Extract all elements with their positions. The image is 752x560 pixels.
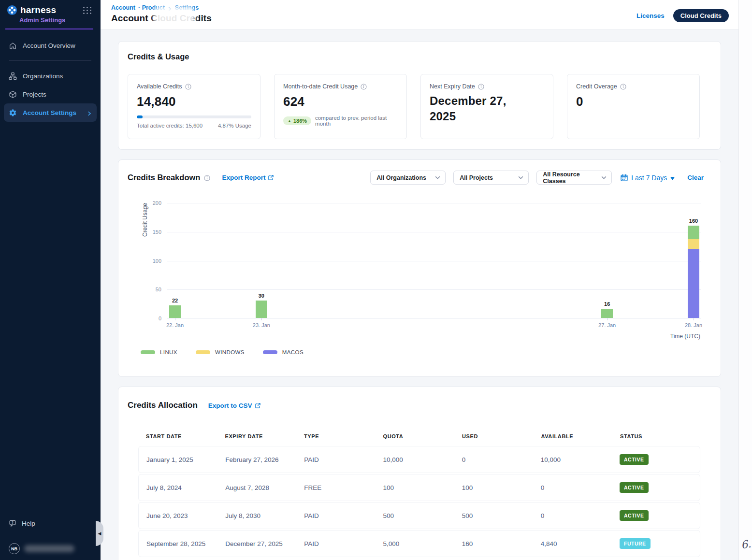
cell-start: January 1, 2025 <box>146 456 225 463</box>
table-row[interactable]: July 8, 2024August 7, 2028FREE1001000ACT… <box>138 474 700 501</box>
sidebar-item-label: Organizations <box>23 72 63 80</box>
sidebar-item-projects[interactable]: Projects <box>4 85 97 103</box>
y-tick-label: 100 <box>153 258 161 264</box>
cloud-credits-button[interactable]: Cloud Credits <box>673 9 729 22</box>
column-header: EXPIRY DATE <box>225 433 304 439</box>
organizations-select[interactable]: All Organizations <box>370 171 446 185</box>
cell-available: 0 <box>541 512 620 519</box>
legend-swatch <box>141 350 155 354</box>
legend-label: WINDOWS <box>215 349 245 355</box>
sidebar-item-account-overview[interactable]: Account Overview <box>4 36 97 55</box>
breadcrumb-account[interactable]: Account <box>111 4 135 11</box>
legend-item-macos[interactable]: MACOS <box>263 349 304 355</box>
chart-bar-23-Jan[interactable] <box>256 301 267 318</box>
chevron-right-icon <box>87 110 92 115</box>
brand-name: harness <box>20 5 56 15</box>
bar-value-label: 30 <box>259 293 264 299</box>
chart-bar-27-Jan[interactable] <box>601 309 613 318</box>
cell-used: 160 <box>462 540 541 547</box>
chevron-down-icon <box>435 175 440 180</box>
y-tick-label: 0 <box>159 316 161 321</box>
stat-card-next-expiry: Next Expiry Date December 27, 2025 <box>420 74 553 139</box>
gridline <box>167 261 701 261</box>
app-grid-icon[interactable] <box>83 7 92 14</box>
cell-expiry: December 27, 2025 <box>225 540 304 547</box>
licenses-link[interactable]: Licenses <box>636 12 665 19</box>
stat-label: Month-to-date Credit Usage <box>283 83 358 90</box>
stat-card-credit-overage: Credit Overage 0 <box>567 74 700 139</box>
info-icon[interactable] <box>185 84 191 90</box>
avatar[interactable]: NB <box>9 543 20 554</box>
breadcrumb-chevron-icon <box>168 6 172 10</box>
user-row[interactable]: NB <box>9 543 94 554</box>
credits-usage-card: Credits & Usage Available Credits 14,840… <box>118 41 721 150</box>
credits-allocation-title: Credits Allocation <box>128 401 198 410</box>
status-badge: FUTURE <box>620 538 651 549</box>
cell-type: FREE <box>304 484 383 491</box>
sidebar-subtitle: Admin Settings <box>19 16 94 24</box>
gridline <box>167 289 701 290</box>
handwritten-annotation: 6. <box>740 538 752 551</box>
legend-item-windows[interactable]: WINDOWS <box>196 349 245 355</box>
breadcrumb-product[interactable]: - Product <box>138 4 165 11</box>
cell-start: June 20, 2023 <box>146 512 225 519</box>
sidebar-item-label: Account Settings <box>23 109 76 116</box>
export-csv-link[interactable]: Export to CSV <box>208 402 261 409</box>
chart-plot: 223016160 <box>167 203 701 318</box>
chart-bar-28-Jan[interactable] <box>688 226 699 318</box>
x-tick-mark <box>694 318 694 320</box>
breadcrumb: Account - Product Settings <box>111 4 212 11</box>
credits-progress-fill <box>137 115 143 118</box>
cell-available: 10,000 <box>541 456 620 463</box>
next-expiry-value: December 27, 2025 <box>430 93 517 124</box>
sidebar-item-organizations[interactable]: Organizations <box>4 67 97 85</box>
y-tick-label: 50 <box>156 287 161 292</box>
column-header: START DATE <box>146 433 225 439</box>
harness-logo-icon <box>7 5 17 15</box>
help-button[interactable]: ? Help <box>9 519 94 528</box>
sidebar: harness Admin Settings Account Overview … <box>0 0 101 560</box>
x-tick-label: 28. Jan <box>685 322 702 328</box>
legend-swatch <box>263 350 277 354</box>
x-tick-mark <box>261 318 262 320</box>
stat-card-mtd-usage: Month-to-date Credit Usage 624 ▲186% com… <box>274 74 407 139</box>
info-icon[interactable] <box>361 84 367 90</box>
date-range-picker[interactable]: Last 7 Days <box>621 174 675 182</box>
stat-label: Credit Overage <box>576 83 617 90</box>
cell-type: PAID <box>304 456 383 463</box>
usage-percent: 4.87% Usage <box>218 123 251 129</box>
sidebar-divider <box>9 60 91 61</box>
table-row[interactable]: September 28, 2025December 27, 2025PAID5… <box>138 530 700 557</box>
allocation-table-header: START DATEEXPIRY DATETYPEQUOTAUSEDAVAILA… <box>138 433 700 439</box>
y-tick-label: 200 <box>153 200 161 206</box>
info-icon[interactable] <box>620 84 626 90</box>
projects-select[interactable]: All Projects <box>453 171 529 185</box>
resource-classes-select[interactable]: All Resource Classes <box>536 171 612 185</box>
cell-quota: 100 <box>383 484 462 491</box>
clear-filters-link[interactable]: Clear <box>687 174 704 181</box>
calendar-icon <box>621 174 628 181</box>
info-icon[interactable] <box>478 84 484 90</box>
chart-xaxis: 22. Jan23. Jan27. Jan28. Jan <box>167 322 701 329</box>
export-report-link[interactable]: Export Report <box>222 174 274 181</box>
column-header: STATUS <box>620 433 693 439</box>
chart-bar-22-Jan[interactable] <box>169 305 181 318</box>
main-area: Account - Product Settings Account Cloud… <box>101 0 738 560</box>
scrollbar-gutter <box>738 0 752 560</box>
stat-label: Next Expiry Date <box>430 83 475 90</box>
info-icon[interactable] <box>204 174 210 181</box>
x-tick-mark <box>175 318 175 320</box>
sidebar-item-account-settings[interactable]: Account Settings <box>4 103 97 122</box>
breadcrumb-settings[interactable]: Settings <box>175 4 199 11</box>
cell-quota: 5,000 <box>383 540 462 547</box>
column-header: USED <box>462 433 541 439</box>
sidebar-accent-line <box>5 29 93 29</box>
table-row[interactable]: January 1, 2025February 27, 2026PAID10,0… <box>138 446 700 473</box>
cube-icon <box>9 90 17 99</box>
legend-item-linux[interactable]: LINUX <box>141 349 177 355</box>
table-row[interactable]: June 20, 2023July 8, 2030PAID5005000ACTI… <box>138 502 700 529</box>
svg-text:?: ? <box>12 521 14 524</box>
cell-expiry: February 27, 2026 <box>225 456 304 463</box>
sidebar-collapse-handle[interactable]: ◀ <box>96 521 103 546</box>
legend-swatch <box>196 350 210 354</box>
